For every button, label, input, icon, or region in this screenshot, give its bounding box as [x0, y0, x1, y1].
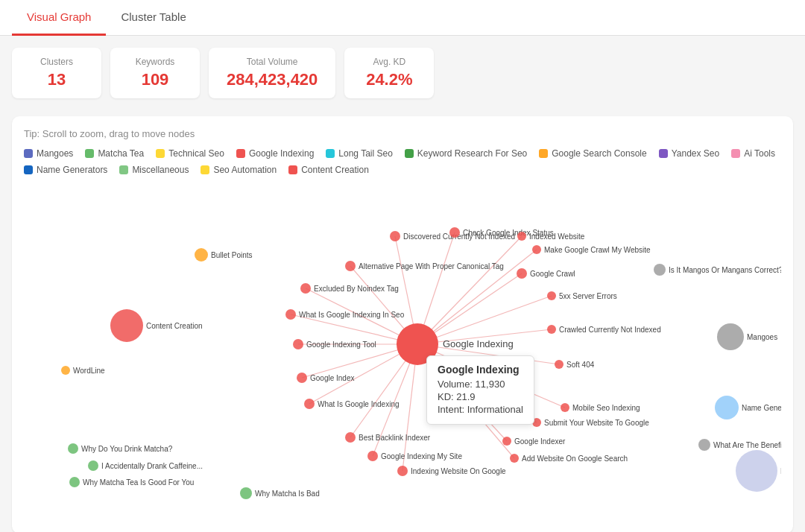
svg-point-63 — [397, 466, 408, 476]
svg-text:Crawled Currently Not Indexed: Crawled Currently Not Indexed — [559, 326, 661, 334]
legend-item: Matcha Tea — [85, 148, 144, 159]
svg-line-2 — [417, 236, 522, 344]
stat-total-volume: Total Volume 284,423,420 — [209, 48, 335, 98]
legend-item: Google Search Console — [539, 148, 646, 159]
svg-text:Name Generators: Name Generators — [742, 404, 781, 412]
svg-point-41 — [547, 325, 556, 334]
svg-point-71 — [717, 323, 744, 350]
svg-point-37 — [547, 291, 556, 300]
svg-text:Why Matcha Tea Is Good For You: Why Matcha Tea Is Good For You — [83, 478, 194, 487]
svg-text:Google Indexer: Google Indexer — [514, 437, 566, 446]
svg-text:Add Website On Google Search: Add Website On Google Search — [522, 455, 628, 463]
tabs-bar: Visual Graph Cluster Table — [0, 0, 805, 36]
svg-text:Content Creation: Content Creation — [146, 322, 203, 330]
svg-point-49 — [561, 403, 569, 412]
svg-point-77 — [654, 264, 666, 276]
svg-text:Name Generators: Name Generators — [780, 467, 781, 475]
svg-text:5xx Server Errors: 5xx Server Errors — [559, 292, 617, 300]
svg-text:Google Indexing My Site: Google Indexing My Site — [381, 452, 462, 460]
svg-text:Why Matcha Is Bad: Why Matcha Is Bad — [255, 490, 320, 498]
svg-point-23 — [390, 231, 400, 241]
svg-text:What Is Google Indexing In Seo: What Is Google Indexing In Seo — [299, 311, 405, 319]
svg-point-45 — [555, 360, 564, 369]
svg-text:Indexing Website On Google: Indexing Website On Google — [411, 467, 506, 475]
svg-point-51 — [304, 399, 315, 409]
svg-point-67 — [110, 309, 143, 342]
graph-area[interactable]: Google IndexingDiscovered Currently Not … — [24, 184, 781, 504]
svg-point-33 — [517, 268, 527, 279]
svg-point-79 — [736, 450, 777, 492]
stat-clusters: Clusters 13 — [12, 48, 101, 98]
svg-text:Is It Mangos Or Mangans Correc: Is It Mangos Or Mangans Correct? — [669, 266, 781, 274]
svg-text:I Accidentally Drank Caffeine.: I Accidentally Drank Caffeine... — [101, 462, 203, 470]
svg-point-25 — [449, 227, 460, 238]
svg-text:Mangoes: Mangoes — [747, 333, 777, 341]
svg-point-59 — [367, 451, 378, 461]
svg-text:Make Google Crawl My Website: Make Google Crawl My Website — [544, 246, 651, 254]
svg-text:Best Backlink Indexer: Best Backlink Indexer — [359, 434, 431, 442]
svg-point-57 — [502, 437, 511, 446]
svg-text:WordLine: WordLine — [73, 367, 105, 375]
legend: MangoesMatcha TeaTechnical SeoGoogle Ind… — [24, 148, 781, 175]
stat-avg-kd: Avg. KD 24.2% — [344, 48, 434, 98]
svg-point-75 — [698, 439, 710, 451]
svg-text:Google Index: Google Index — [310, 374, 355, 382]
svg-point-47 — [297, 373, 307, 383]
stats-row: Clusters 13 Keywords 109 Total Volume 28… — [0, 36, 805, 110]
svg-point-73 — [715, 396, 739, 419]
svg-point-31 — [345, 261, 356, 271]
svg-point-43 — [293, 339, 303, 349]
svg-text:Bullet Points: Bullet Points — [211, 251, 253, 259]
graph-container[interactable]: Tip: Scroll to zoom, drag to move nodes … — [12, 116, 793, 532]
svg-text:Google Crawl: Google Crawl — [530, 270, 575, 278]
svg-text:What Is Google Indexing: What Is Google Indexing — [318, 400, 400, 408]
svg-text:What Are The Benefits: What Are The Benefits — [713, 441, 781, 449]
tab-cluster-table[interactable]: Cluster Table — [106, 0, 201, 36]
svg-point-89 — [240, 487, 252, 499]
svg-point-83 — [88, 460, 98, 471]
svg-text:Submit Your Website To Google: Submit Your Website To Google — [544, 419, 649, 427]
legend-item: Content Creation — [288, 165, 369, 175]
svg-text:Mobile Seo Indexing: Mobile Seo Indexing — [572, 404, 640, 412]
svg-point-81 — [68, 443, 78, 454]
legend-item: Keyword Research For Seo — [405, 148, 527, 159]
svg-point-35 — [300, 283, 311, 294]
legend-item: Yandex Seo — [659, 148, 720, 159]
legend-item: Long Tail Seo — [326, 148, 393, 159]
svg-text:Indexed Website: Indexed Website — [529, 232, 585, 241]
svg-text:Alternative Page With Proper C: Alternative Page With Proper Canonical T… — [359, 262, 504, 270]
svg-point-61 — [510, 454, 519, 463]
legend-item: Seo Automation — [201, 165, 277, 175]
legend-item: Name Generators — [24, 165, 107, 175]
svg-point-85 — [69, 477, 80, 487]
node-tooltip: Google Indexing Volume: 11,930 KD: 21.9 … — [426, 355, 534, 425]
tab-visual-graph[interactable]: Visual Graph — [12, 0, 106, 36]
legend-item: Miscellaneous — [119, 165, 189, 175]
svg-text:Why Do You Drink Matcha?: Why Do You Drink Matcha? — [81, 445, 173, 453]
legend-item: Mangoes — [24, 148, 73, 159]
svg-point-29 — [532, 245, 541, 254]
stat-keywords: Keywords 109 — [110, 48, 200, 98]
svg-point-39 — [285, 309, 296, 320]
legend-item: Google Indexing — [236, 148, 314, 159]
svg-point-69 — [61, 366, 70, 375]
svg-point-27 — [517, 232, 526, 241]
svg-text:Excluded By Noindex Tag: Excluded By Noindex Tag — [314, 285, 399, 293]
svg-point-55 — [345, 432, 356, 443]
svg-text:Google Indexing: Google Indexing — [443, 338, 514, 349]
svg-text:Google Indexing Tool: Google Indexing Tool — [306, 341, 376, 349]
legend-item: Technical Seo — [156, 148, 224, 159]
svg-text:Soft 404: Soft 404 — [566, 361, 595, 369]
legend-item: Ai Tools — [731, 148, 775, 159]
tip-text: Tip: Scroll to zoom, drag to move nodes — [24, 128, 781, 139]
svg-point-65 — [195, 248, 208, 262]
